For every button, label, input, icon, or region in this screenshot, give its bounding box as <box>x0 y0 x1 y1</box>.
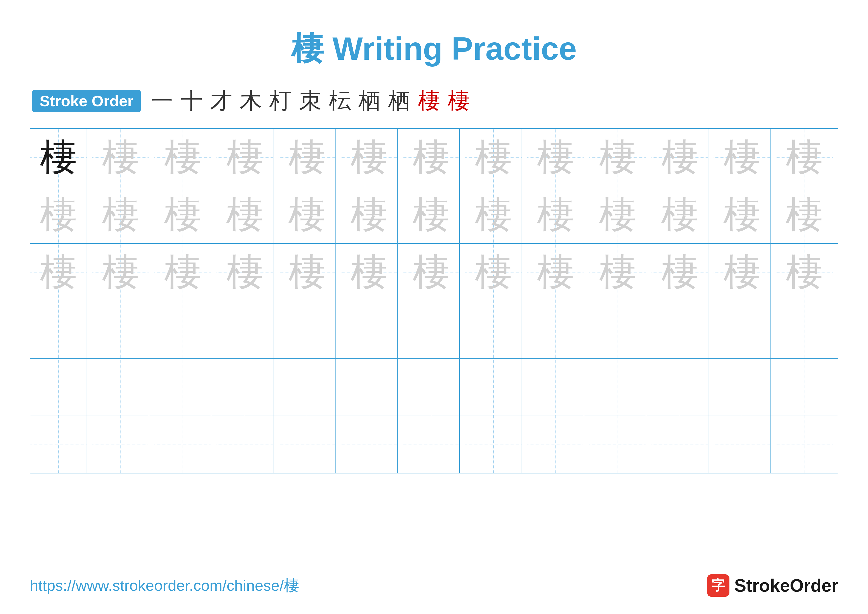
grid-cell[interactable] <box>217 359 273 416</box>
grid-cell[interactable]: 棲 <box>465 186 522 243</box>
grid-cell[interactable] <box>527 359 584 416</box>
grid-cell[interactable] <box>527 416 584 473</box>
footer-brand: 字 StrokeOrder <box>707 574 838 597</box>
grid-cell[interactable]: 棲 <box>465 244 522 301</box>
grid-cell[interactable]: 棲 <box>714 244 770 301</box>
grid-cell[interactable] <box>527 301 584 358</box>
grid-cell[interactable] <box>341 359 398 416</box>
grid-cell[interactable] <box>651 416 708 473</box>
grid-cell[interactable] <box>465 416 522 473</box>
grid-cell[interactable]: 棲 <box>714 129 770 186</box>
grid-cell[interactable] <box>465 301 522 358</box>
grid-cell[interactable]: 棲 <box>527 244 584 301</box>
grid-cell[interactable]: 棲 <box>341 186 398 243</box>
grid-cell[interactable]: 棲 <box>92 244 149 301</box>
grid-cell[interactable]: 棲 <box>30 244 87 301</box>
grid-cell[interactable] <box>403 416 460 473</box>
grid-cell[interactable]: 棲 <box>527 129 584 186</box>
stroke-3: 才 <box>210 86 232 116</box>
grid-cell[interactable] <box>92 416 149 473</box>
grid-cell[interactable] <box>341 301 398 358</box>
grid-cell[interactable]: 棲 <box>651 129 708 186</box>
grid-cell[interactable]: 棲 <box>217 244 273 301</box>
grid-cell[interactable] <box>30 359 87 416</box>
grid-cell[interactable]: 棲 <box>403 186 460 243</box>
stroke-11: 棲 <box>448 86 470 116</box>
grid-cell[interactable]: 棲 <box>403 129 460 186</box>
grid-cell[interactable]: 棲 <box>776 129 832 186</box>
grid-cell[interactable]: 棲 <box>279 186 336 243</box>
practice-char: 棲 <box>40 196 77 233</box>
grid-cell[interactable]: 棲 <box>92 129 149 186</box>
grid-cell[interactable]: 棲 <box>465 129 522 186</box>
grid-cell[interactable] <box>30 301 87 358</box>
grid-cell[interactable] <box>341 416 398 473</box>
grid-cell[interactable] <box>279 301 336 358</box>
grid-cell[interactable]: 棲 <box>92 186 149 243</box>
stroke-4: 木 <box>240 86 262 116</box>
practice-char: 棲 <box>723 253 760 291</box>
stroke-1: 一 <box>151 86 173 116</box>
grid-cell[interactable] <box>279 359 336 416</box>
grid-row-4 <box>30 301 838 359</box>
grid-cell[interactable]: 棲 <box>651 244 708 301</box>
grid-cell[interactable] <box>217 416 273 473</box>
practice-char: 棲 <box>599 196 636 233</box>
practice-char: 棲 <box>40 139 77 176</box>
grid-cell[interactable] <box>465 359 522 416</box>
practice-char: 棲 <box>40 253 77 291</box>
grid-cell[interactable]: 棲 <box>527 186 584 243</box>
practice-char: 棲 <box>226 139 263 176</box>
grid-cell[interactable] <box>589 301 646 358</box>
grid-cell[interactable]: 棲 <box>30 129 87 186</box>
stroke-9: 栖 <box>388 86 411 116</box>
grid-cell[interactable] <box>714 359 770 416</box>
grid-cell[interactable]: 棲 <box>154 129 211 186</box>
grid-cell[interactable] <box>776 416 832 473</box>
grid-cell[interactable]: 棲 <box>279 244 336 301</box>
grid-cell[interactable]: 棲 <box>589 244 646 301</box>
grid-cell[interactable] <box>154 416 211 473</box>
grid-cell[interactable] <box>714 416 770 473</box>
grid-cell[interactable] <box>776 359 832 416</box>
practice-char: 棲 <box>661 253 698 291</box>
grid-cell[interactable]: 棲 <box>714 186 770 243</box>
grid-cell[interactable]: 棲 <box>651 186 708 243</box>
grid-cell[interactable]: 棲 <box>279 129 336 186</box>
grid-cell[interactable] <box>154 359 211 416</box>
grid-cell[interactable] <box>217 301 273 358</box>
grid-cell[interactable] <box>589 416 646 473</box>
grid-cell[interactable] <box>403 359 460 416</box>
grid-cell[interactable]: 棲 <box>154 186 211 243</box>
grid-cell[interactable]: 棲 <box>217 186 273 243</box>
grid-cell[interactable]: 棲 <box>341 129 398 186</box>
grid-cell[interactable] <box>776 301 832 358</box>
grid-cell[interactable]: 棲 <box>589 186 646 243</box>
grid-cell[interactable]: 棲 <box>341 244 398 301</box>
grid-row-3: 棲 棲 棲 棲 棲 棲 棲 棲 棲 棲 棲 棲 棲 <box>30 244 838 301</box>
grid-cell[interactable] <box>651 359 708 416</box>
grid-cell[interactable]: 棲 <box>776 186 832 243</box>
grid-cell[interactable] <box>154 301 211 358</box>
grid-cell[interactable] <box>92 301 149 358</box>
page-title: 棲 Writing Practice <box>30 27 838 71</box>
grid-cell[interactable] <box>30 416 87 473</box>
grid-cell[interactable]: 棲 <box>403 244 460 301</box>
grid-cell[interactable]: 棲 <box>589 129 646 186</box>
practice-char: 棲 <box>350 139 388 176</box>
grid-cell[interactable] <box>92 359 149 416</box>
grid-cell[interactable] <box>589 359 646 416</box>
grid-cell[interactable]: 棲 <box>30 186 87 243</box>
grid-cell[interactable]: 棲 <box>217 129 273 186</box>
grid-cell[interactable] <box>651 301 708 358</box>
grid-cell[interactable]: 棲 <box>154 244 211 301</box>
stroke-2: 十 <box>180 86 203 116</box>
grid-cell[interactable] <box>714 301 770 358</box>
practice-char: 棲 <box>537 139 574 176</box>
brand-icon: 字 <box>707 574 729 597</box>
footer: https://www.strokeorder.com/chinese/棲 字 … <box>30 574 838 597</box>
grid-cell[interactable] <box>403 301 460 358</box>
grid-cell[interactable]: 棲 <box>776 244 832 301</box>
grid-cell[interactable] <box>279 416 336 473</box>
stroke-order-row: Stroke Order 一 十 才 木 朾 朿 枟 栖 栖 棲 棲 <box>30 86 838 116</box>
